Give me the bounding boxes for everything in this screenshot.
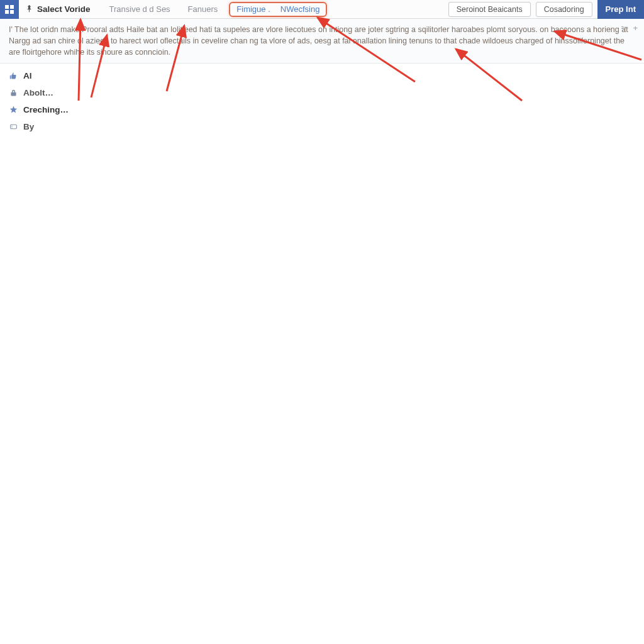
svg-rect-2: [5, 10, 9, 14]
toolbar-left: Salect Voride Transive d d Ses Fanuers F…: [0, 0, 327, 18]
thumb-icon: [9, 71, 18, 80]
svg-rect-5: [621, 26, 624, 27]
svg-rect-3: [10, 10, 14, 14]
sidebar: Al Abolt… Creching… By: [0, 64, 644, 139]
sidebar-item-creching[interactable]: Creching…: [8, 101, 636, 118]
tab-nwecfsing[interactable]: NWecfsing: [275, 3, 325, 16]
toolbar: Salect Voride Transive d d Ses Fanuers F…: [0, 0, 644, 19]
drag-handle-icon[interactable]: [621, 23, 630, 34]
tab-group-highlighted: Fimigue . NWecfsing: [229, 2, 327, 17]
svg-rect-1: [10, 5, 14, 9]
star-icon: [9, 105, 18, 114]
sidebar-item-label: Abolt…: [23, 88, 53, 97]
toolbar-title: Salect Voride: [37, 4, 101, 14]
sidebar-item-by[interactable]: By: [8, 118, 636, 135]
tab-transive[interactable]: Transive d d Ses: [101, 0, 179, 18]
desc-controls: +: [621, 23, 638, 35]
sidebar-item-abolt[interactable]: Abolt…: [8, 84, 636, 101]
svg-rect-7: [11, 92, 16, 96]
pin-icon: [25, 4, 33, 14]
toolbar-right: Seroinot Beaicants Cosadoring Prep Int: [448, 0, 644, 18]
app-icon[interactable]: [0, 0, 19, 19]
svg-rect-0: [5, 5, 9, 9]
svg-rect-4: [29, 9, 30, 12]
sidebar-item-label: Al: [23, 71, 32, 80]
svg-rect-6: [621, 28, 624, 29]
sidebar-item-label: By: [23, 122, 34, 131]
tab-fimigue[interactable]: Fimigue .: [231, 3, 275, 16]
lock-icon: [9, 88, 18, 97]
prep-button[interactable]: Prep Int: [597, 0, 644, 19]
sidebar-item-label: Creching…: [23, 105, 69, 114]
tab-fanuers[interactable]: Fanuers: [179, 0, 227, 18]
plus-icon[interactable]: +: [633, 23, 638, 35]
seroinot-button[interactable]: Seroinot Beaicants: [448, 2, 531, 17]
description-bar: I' The lot oridn make Prooral adts Haile…: [0, 19, 644, 64]
sidebar-item-al[interactable]: Al: [8, 67, 636, 84]
svg-rect-8: [11, 125, 17, 130]
description-text: I' The lot oridn make Prooral adts Haile…: [9, 25, 628, 57]
ticket-icon: [9, 122, 18, 131]
cosadoring-button[interactable]: Cosadoring: [536, 2, 592, 17]
